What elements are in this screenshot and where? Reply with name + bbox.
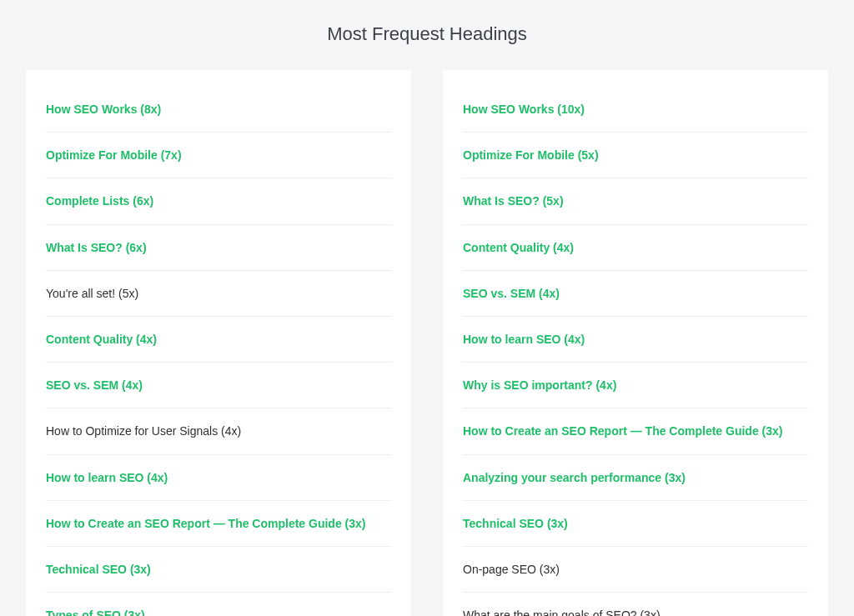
heading-link[interactable]: What Is SEO? (6x) (46, 241, 147, 254)
headings-card-left: How SEO Works (8x)Optimize For Mobile (7… (26, 70, 411, 616)
heading-link[interactable]: SEO vs. SEM (4x) (463, 287, 560, 300)
heading-row: How to Create an SEO Report — The Comple… (46, 501, 391, 547)
heading-row: What Is SEO? (5x) (463, 178, 808, 224)
heading-row: How to learn SEO (4x) (463, 317, 808, 363)
heading-row: SEO vs. SEM (4x) (46, 363, 391, 408)
heading-row: On-page SEO (3x) (463, 547, 808, 593)
heading-link[interactable]: Types of SEO (3x) (46, 608, 145, 616)
heading-row: How SEO Works (8x) (46, 70, 391, 133)
heading-link[interactable]: How SEO Works (8x) (46, 103, 161, 116)
heading-link[interactable]: Analyzing your search performance (3x) (463, 471, 686, 484)
heading-row: How to Create an SEO Report — The Comple… (463, 408, 808, 454)
heading-row: Complete Lists (6x) (46, 178, 391, 224)
heading-row: What are the main goals of SEO? (3x) (463, 593, 808, 616)
heading-row: Optimize For Mobile (7x) (46, 133, 391, 178)
heading-row: Technical SEO (3x) (46, 547, 391, 593)
heading-link[interactable]: How to Create an SEO Report — The Comple… (46, 517, 366, 530)
headings-card-right: How SEO Works (10x)Optimize For Mobile (… (443, 70, 828, 616)
heading-link[interactable]: Optimize For Mobile (5x) (463, 148, 599, 162)
heading-link[interactable]: Content Quality (4x) (46, 333, 157, 346)
heading-link[interactable]: How to learn SEO (4x) (46, 471, 168, 484)
heading-text: How to Optimize for User Signals (4x) (46, 424, 241, 438)
heading-row: Types of SEO (3x) (46, 593, 391, 616)
heading-row: What Is SEO? (6x) (46, 225, 391, 271)
heading-row: How SEO Works (10x) (463, 70, 808, 133)
heading-text: You're all set! (5x) (46, 287, 138, 300)
heading-link[interactable]: Why is SEO important? (4x) (463, 378, 616, 392)
heading-text: On-page SEO (3x) (463, 563, 560, 576)
heading-row: How to Optimize for User Signals (4x) (46, 408, 391, 454)
heading-link[interactable]: Content Quality (4x) (463, 241, 574, 254)
heading-link[interactable]: Optimize For Mobile (7x) (46, 148, 182, 162)
heading-row: Technical SEO (3x) (463, 501, 808, 547)
heading-link[interactable]: SEO vs. SEM (4x) (46, 378, 143, 392)
heading-link[interactable]: Technical SEO (3x) (463, 517, 568, 530)
heading-row: SEO vs. SEM (4x) (463, 271, 808, 317)
heading-row: You're all set! (5x) (46, 271, 391, 317)
heading-text: What are the main goals of SEO? (3x) (463, 608, 661, 616)
heading-row: Analyzing your search performance (3x) (463, 455, 808, 501)
page-title: Most Frequest Headings (0, 0, 854, 70)
heading-link[interactable]: What Is SEO? (5x) (463, 194, 564, 208)
heading-row: Content Quality (4x) (463, 225, 808, 271)
heading-row: Content Quality (4x) (46, 317, 391, 363)
heading-row: How to learn SEO (4x) (46, 455, 391, 501)
heading-link[interactable]: Complete Lists (6x) (46, 194, 153, 208)
heading-row: Optimize For Mobile (5x) (463, 133, 808, 178)
heading-link[interactable]: How SEO Works (10x) (463, 103, 585, 116)
headings-columns: How SEO Works (8x)Optimize For Mobile (7… (0, 70, 854, 616)
heading-row: Why is SEO important? (4x) (463, 363, 808, 408)
heading-link[interactable]: How to learn SEO (4x) (463, 333, 585, 346)
heading-link[interactable]: How to Create an SEO Report — The Comple… (463, 424, 783, 438)
heading-link[interactable]: Technical SEO (3x) (46, 563, 151, 576)
